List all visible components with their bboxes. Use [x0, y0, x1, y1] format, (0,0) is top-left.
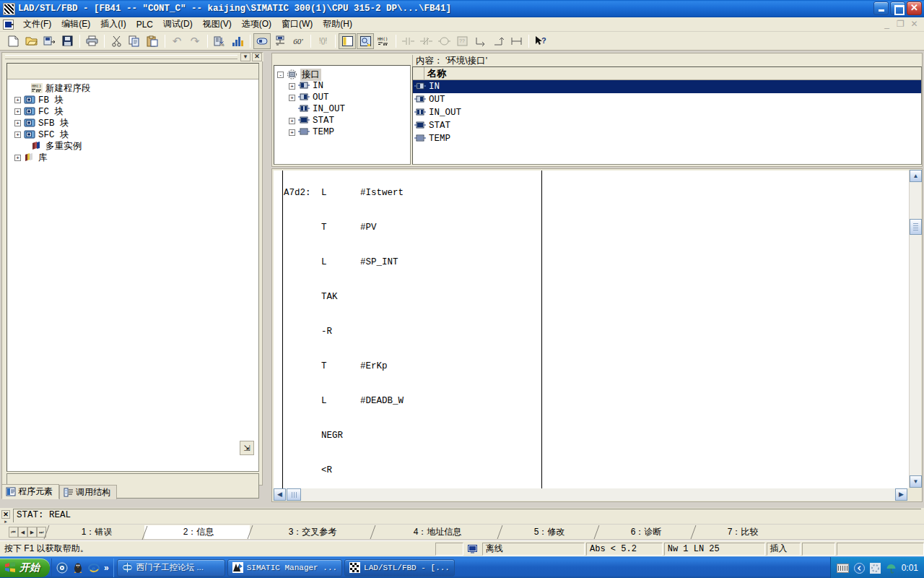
- symbol-icon[interactable]: [253, 33, 271, 49]
- new-icon[interactable]: [4, 33, 22, 49]
- list-item[interactable]: TEMP: [413, 132, 921, 145]
- next-tab-icon[interactable]: ▶: [27, 527, 37, 538]
- chevron-down-icon[interactable]: ▾: [240, 53, 250, 61]
- mdi-minimize-button[interactable]: _: [881, 19, 892, 29]
- scroll-left-icon[interactable]: ◀: [274, 488, 286, 501]
- expand-plus-icon[interactable]: +: [289, 129, 295, 136]
- tree-item-sfc-blocks[interactable]: + SFC 块: [10, 129, 258, 140]
- qq-penguin-icon[interactable]: [72, 562, 84, 574]
- overview-icon[interactable]: [339, 33, 356, 49]
- expand-plus-icon[interactable]: +: [289, 83, 295, 90]
- contact-nc-icon[interactable]: [417, 33, 435, 49]
- tree-item-fc-blocks[interactable]: + FC 块: [10, 105, 258, 117]
- tree-item-multi-instance[interactable]: 多重实例: [10, 140, 258, 152]
- close-icon[interactable]: ✕: [1, 510, 10, 519]
- interface-tree-item-out[interactable]: + OUT: [276, 92, 410, 103]
- expand-plus-icon[interactable]: +: [14, 108, 21, 115]
- mdi-document-icon[interactable]: [3, 20, 14, 30]
- tab-modify[interactable]: 5：修改: [500, 525, 596, 539]
- chevron-right-icon[interactable]: ▸: [1, 519, 10, 525]
- panel-drag-handle[interactable]: ▾ ✕: [2, 53, 263, 61]
- save-icon[interactable]: [58, 33, 76, 49]
- panel-resize-widget[interactable]: ⇲: [240, 441, 254, 455]
- taskbar-clock[interactable]: 0:01: [902, 563, 918, 573]
- tab-errors[interactable]: 1：错误: [46, 525, 144, 539]
- interface-tree-item-temp[interactable]: + TEMP: [276, 126, 410, 138]
- tab-cross-reference[interactable]: 3：交叉参考: [250, 525, 372, 539]
- tree-item-sfb-blocks[interactable]: + SFB 块: [10, 117, 258, 129]
- menu-help[interactable]: 帮助(H): [318, 17, 357, 32]
- tab-call-structure[interactable]: 调用结构: [59, 485, 117, 499]
- internet-explorer-icon[interactable]: e: [88, 562, 100, 574]
- menu-view[interactable]: 视图(V): [198, 17, 237, 32]
- menu-edit[interactable]: 编辑(E): [56, 17, 95, 32]
- interface-tree-item-root[interactable]: - 接口: [276, 69, 410, 80]
- media-player-icon[interactable]: [56, 562, 68, 574]
- connector-icon[interactable]: [507, 33, 525, 49]
- expand-plus-icon[interactable]: +: [14, 155, 21, 161]
- redo-icon[interactable]: ↷: [186, 33, 204, 49]
- scroll-down-icon[interactable]: ▼: [910, 475, 922, 488]
- restore-button[interactable]: [890, 1, 905, 15]
- new-network-icon[interactable]: HH(): [375, 33, 392, 49]
- print-icon[interactable]: [83, 33, 100, 49]
- menu-insert[interactable]: 插入(I): [95, 17, 131, 32]
- zoom-60-icon[interactable]: 60': [289, 33, 307, 49]
- collapse-minus-icon[interactable]: -: [277, 72, 284, 78]
- expand-plus-icon[interactable]: +: [14, 120, 21, 126]
- interface-tree-item-in[interactable]: + IN: [276, 80, 410, 92]
- symbol-info-icon[interactable]: [271, 33, 289, 49]
- expand-plus-icon[interactable]: +: [14, 131, 21, 138]
- taskbar-window-button[interactable]: 西门子工控论坛 ...: [117, 559, 225, 577]
- loading-icon[interactable]: [870, 563, 881, 574]
- list-item[interactable]: OUT: [413, 93, 921, 106]
- menu-options[interactable]: 选项(O): [237, 17, 276, 32]
- horizontal-scroll-thumb[interactable]: [287, 488, 301, 501]
- keyboard-layout-icon[interactable]: [837, 564, 849, 573]
- expand-plus-icon[interactable]: +: [14, 97, 21, 103]
- menu-file[interactable]: 文件(F): [18, 17, 56, 32]
- expand-plus-icon[interactable]: +: [289, 118, 295, 124]
- code-canvas[interactable]: A7d2:L#Istwert T#PV L#SP_INT TAK -R T#Er…: [274, 171, 909, 488]
- goto-error-icon[interactable]: !⟨⟩!: [314, 33, 331, 49]
- monitor-icon[interactable]: [229, 33, 246, 49]
- taskbar-window-button[interactable]: SIMATIC Manager ...: [227, 559, 342, 577]
- chevron-right-icon[interactable]: »: [104, 563, 109, 573]
- coil-icon[interactable]: [435, 33, 453, 49]
- tree-item-fb-blocks[interactable]: + FB 块: [10, 94, 258, 105]
- tab-address-info[interactable]: 4：地址信息: [372, 525, 500, 539]
- undo-icon[interactable]: ↶: [168, 33, 186, 49]
- paste-icon[interactable]: [144, 33, 161, 49]
- vertical-scroll-thumb[interactable]: [910, 219, 922, 235]
- cut-icon[interactable]: [108, 33, 125, 49]
- umbrella-icon[interactable]: [886, 563, 897, 574]
- details-icon[interactable]: [357, 33, 374, 49]
- mdi-restore-button[interactable]: ❐: [895, 19, 906, 29]
- tab-compare[interactable]: 7：比较: [693, 525, 790, 539]
- close-icon[interactable]: ✕: [252, 53, 262, 61]
- tab-info[interactable]: 2：信息: [144, 525, 250, 539]
- editor-horizontal-scrollbar[interactable]: ◀ ▶: [274, 488, 907, 501]
- list-item[interactable]: IN_OUT: [413, 106, 921, 119]
- interface-tree-item-in-out[interactable]: IN_OUT: [276, 103, 410, 115]
- prev-tab-icon[interactable]: ◀: [18, 527, 27, 538]
- empty-box-icon[interactable]: ??: [453, 33, 471, 49]
- scroll-right-icon[interactable]: ▶: [895, 488, 907, 501]
- tab-diagnostics[interactable]: 6：诊断: [596, 525, 693, 539]
- first-tab-icon[interactable]: ⏮: [9, 527, 18, 538]
- scroll-up-icon[interactable]: ▲: [910, 170, 922, 182]
- menu-debug[interactable]: 调试(D): [158, 17, 198, 32]
- branch-close-icon[interactable]: [489, 33, 507, 49]
- close-button[interactable]: ✕: [907, 1, 922, 15]
- list-item[interactable]: IN: [413, 80, 921, 93]
- interface-tree-item-stat[interactable]: + STAT: [276, 115, 410, 126]
- taskbar-window-button[interactable]: LAD/STL/FBD - [...: [344, 559, 455, 577]
- contact-no-icon[interactable]: [399, 33, 417, 49]
- download-icon[interactable]: %: [211, 33, 228, 49]
- help-pointer-icon[interactable]: ?: [532, 33, 549, 49]
- start-button[interactable]: 开始: [0, 558, 50, 577]
- open-icon[interactable]: [22, 33, 40, 49]
- menu-plc[interactable]: PLC: [131, 18, 158, 31]
- save-as-icon[interactable]: [40, 33, 58, 49]
- branch-open-icon[interactable]: [471, 33, 489, 49]
